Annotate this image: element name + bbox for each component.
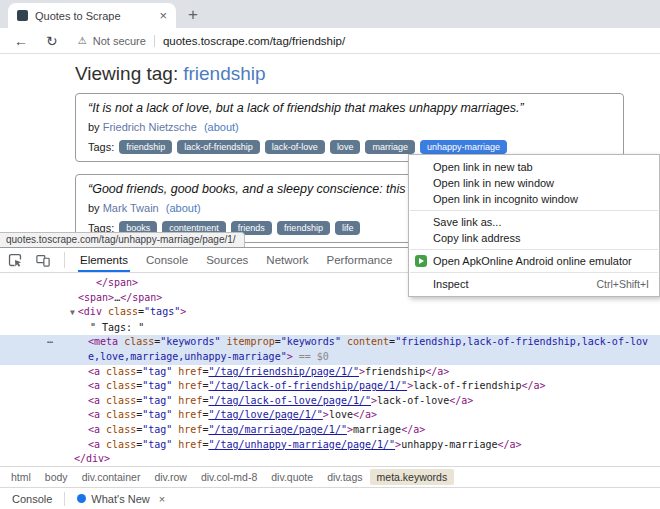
menu-separator	[410, 272, 658, 273]
menu-item[interactable]: Save link as...	[409, 214, 659, 230]
menu-item-label: Save link as...	[433, 216, 649, 228]
back-icon[interactable]: ←	[14, 34, 28, 48]
tag-pill[interactable]: love	[330, 140, 361, 154]
dom-tree-row[interactable]: " Tags: "	[0, 321, 660, 336]
devtools-tab-network[interactable]: Network	[257, 248, 317, 272]
tag-pill[interactable]: marriage	[365, 140, 415, 154]
menu-shortcut-label: Ctrl+Shift+I	[596, 278, 649, 290]
tab-bar: Quotes to Scrape × +	[0, 0, 660, 28]
dom-tree-row[interactable]: <a class="tag" href="/tag/lack-of-friend…	[0, 379, 660, 394]
menu-item-label: Open link in new window	[433, 177, 649, 189]
dom-tree-row[interactable]: …<meta class="keywords" itemprop="keywor…	[0, 335, 660, 364]
elements-tree: </span><span>…</span>▼<div class="tags">…	[0, 274, 660, 466]
dom-tree-row[interactable]: <a class="tag" href="/tag/unhappy-marria…	[0, 438, 660, 453]
breadcrumb-item[interactable]: div.row	[147, 469, 193, 485]
menu-item[interactable]: Open ApkOnline Android online emulator	[409, 253, 659, 269]
not-secure-warning-icon: ⚠	[78, 35, 87, 46]
breadcrumb-item[interactable]: meta.keywords	[370, 469, 455, 485]
menu-separator	[410, 249, 658, 250]
toolbar-divider	[64, 252, 65, 268]
tag-pill[interactable]: lack-of-love	[265, 140, 325, 154]
menu-item[interactable]: Open link in new window	[409, 175, 659, 191]
address-bar: ← ↻ ⚠ Not secure quotes.toscrape.com/tag…	[0, 28, 660, 54]
browser-tab[interactable]: Quotes to Scrape ×	[8, 3, 176, 28]
dom-tree-row[interactable]: </div>	[0, 452, 660, 466]
tag-pill-list: friendshiplack-of-friendshiplack-of-love…	[119, 140, 507, 154]
context-menu: Open link in new tabOpen link in new win…	[408, 154, 660, 297]
status-bubble: quotes.toscrape.com/tag/unhappy-marriage…	[0, 232, 245, 247]
menu-item-label: Open link in incognito window	[433, 193, 649, 205]
breadcrumb-item[interactable]: div.tags	[320, 469, 369, 485]
quote-text: “It is not a lack of love, but a lack of…	[88, 100, 611, 117]
inspect-element-icon[interactable]	[8, 253, 22, 267]
quote-author-line: by Friedrich Nietzsche (about)	[88, 121, 611, 133]
breadcrumb-item[interactable]: div.container	[75, 469, 148, 485]
by-label: by	[88, 121, 100, 133]
devtools-tab-console[interactable]: Console	[137, 248, 197, 272]
new-tab-button[interactable]: +	[188, 6, 198, 23]
console-tab-label: Console	[12, 493, 52, 505]
quote-card: “It is not a lack of love, but a lack of…	[75, 93, 624, 162]
tab-close-icon[interactable]: ×	[159, 9, 167, 22]
site-favicon-icon	[17, 10, 28, 21]
devtools-tab-performance[interactable]: Performance	[318, 248, 402, 272]
dom-tree-row[interactable]: <a class="tag" href="/tag/marriage/page/…	[0, 423, 660, 438]
dom-tree-row[interactable]: <a class="tag" href="/tag/lack-of-love/p…	[0, 394, 660, 409]
breadcrumb-item[interactable]: div.col-md-8	[194, 469, 264, 485]
device-toolbar-icon[interactable]	[36, 253, 50, 267]
about-link[interactable]: (about)	[204, 121, 239, 133]
drawer-console-tab[interactable]: Console	[0, 488, 64, 509]
by-label: by	[88, 202, 100, 214]
reload-icon[interactable]: ↻	[46, 34, 58, 48]
url-text[interactable]: quotes.toscrape.com/tag/friendship/	[154, 35, 345, 47]
devtools-drawer: Console What's New ×	[0, 487, 660, 509]
drawer-whats-new-tab[interactable]: What's New ×	[65, 488, 177, 509]
dom-tree-row[interactable]: ▼<div class="tags">	[0, 305, 660, 321]
breadcrumb-item[interactable]: html	[4, 469, 38, 485]
menu-item-label: Copy link address	[433, 232, 649, 244]
menu-item[interactable]: Copy link address	[409, 230, 659, 246]
devtools-tabs: ElementsConsoleSourcesNetworkPerformance…	[71, 248, 461, 272]
row-more-actions-icon[interactable]: …	[47, 333, 54, 348]
apkonline-icon	[415, 255, 427, 267]
dom-tree-row[interactable]: <a class="tag" href="/tag/friendship/pag…	[0, 365, 660, 380]
breadcrumb-item[interactable]: div.quote	[264, 469, 320, 485]
menu-item-label: Inspect	[433, 278, 588, 290]
menu-item[interactable]: InspectCtrl+Shift+I	[409, 276, 659, 292]
menu-item[interactable]: Open link in incognito window	[409, 191, 659, 207]
devtools-tab-sources[interactable]: Sources	[197, 248, 257, 272]
breadcrumb-item[interactable]: body	[38, 469, 75, 485]
expander-icon[interactable]: ▼	[70, 308, 75, 317]
menu-item[interactable]: Open link in new tab	[409, 159, 659, 175]
menu-item-label: Open ApkOnline Android online emulator	[433, 255, 649, 267]
browser-window: Quotes to Scrape × + ← ↻ ⚠ Not secure qu…	[0, 0, 660, 509]
heading-prefix: Viewing tag:	[75, 63, 178, 84]
dom-tree-row[interactable]: <a class="tag" href="/tag/love/page/1/">…	[0, 408, 660, 423]
tag-pill[interactable]: unhappy-marriage	[420, 140, 507, 154]
about-link[interactable]: (about)	[166, 202, 201, 214]
tab-title: Quotes to Scrape	[35, 10, 152, 22]
menu-item-label: Open link in new tab	[433, 161, 649, 173]
tag-pill[interactable]: friendship	[119, 140, 172, 154]
whats-new-icon	[77, 494, 86, 503]
quote-tags-row: Tags: friendshiplack-of-friendshiplack-o…	[88, 140, 611, 154]
heading-tag-name: friendship	[183, 63, 265, 84]
drawer-tab-close-icon[interactable]: ×	[159, 493, 165, 505]
omnibox[interactable]: ⚠ Not secure quotes.toscrape.com/tag/fri…	[78, 35, 345, 47]
security-label[interactable]: Not secure	[93, 35, 146, 47]
devtools-tab-elements[interactable]: Elements	[71, 248, 137, 272]
author-name: Mark Twain	[103, 202, 159, 214]
tag-pill[interactable]: lack-of-friendship	[177, 140, 260, 154]
breadcrumb-bar: htmlbodydiv.containerdiv.rowdiv.col-md-8…	[0, 466, 660, 487]
page-title: Viewing tag:friendship	[75, 63, 660, 85]
tags-label: Tags:	[88, 141, 114, 153]
author-name: Friedrich Nietzsche	[103, 121, 197, 133]
tag-pill[interactable]: life	[335, 221, 361, 235]
menu-separator	[410, 210, 658, 211]
whats-new-label: What's New	[91, 493, 149, 505]
tag-pill[interactable]: friendship	[277, 221, 330, 235]
